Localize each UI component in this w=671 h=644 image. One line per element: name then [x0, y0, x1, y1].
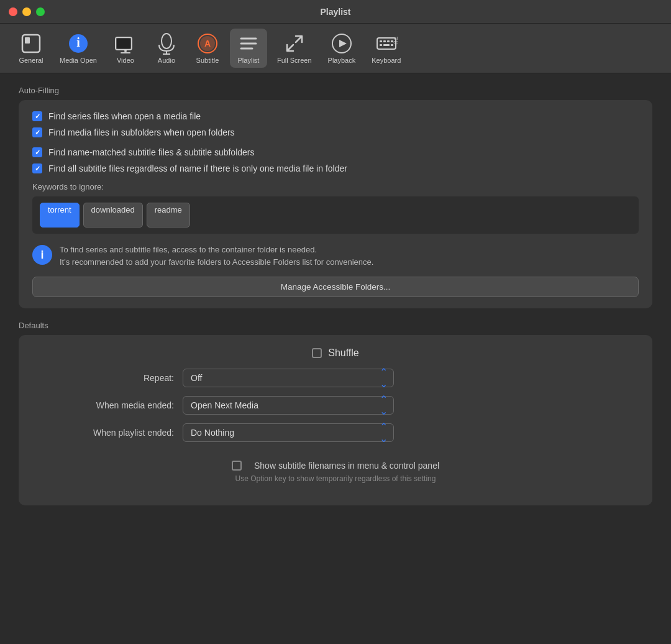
svg-rect-8: [121, 52, 130, 53]
find-media-subfolders-label: Find media files in subfolders when open…: [48, 127, 235, 137]
svg-rect-28: [383, 44, 390, 46]
toolbar-item-subtitle[interactable]: A Subtitle: [189, 29, 226, 68]
svg-point-7: [124, 50, 127, 52]
checkbox-group-1: Find series files when open a media file…: [32, 111, 639, 137]
audio-icon: [155, 32, 178, 55]
toolbar-item-audio[interactable]: Audio: [148, 29, 185, 68]
when-media-ended-select[interactable]: Open Next Media Stop Loop Do Nothing: [183, 396, 394, 415]
video-icon: [114, 32, 137, 55]
svg-marker-21: [339, 40, 347, 47]
svg-rect-1: [25, 37, 30, 44]
auto-filling-title: Auto-Filling: [19, 86, 652, 95]
info-row: i To find series and subtitle files, acc…: [32, 244, 639, 268]
find-series-checkbox[interactable]: [32, 111, 42, 121]
shuffle-row[interactable]: Shuffle: [37, 347, 634, 359]
repeat-label: Repeat:: [37, 373, 174, 383]
general-label: General: [19, 57, 43, 64]
shuffle-label: Shuffle: [328, 347, 359, 359]
subtitle-section: Show subtitle filenames in menu & contro…: [37, 451, 634, 493]
keyboard-label: Keyboard: [372, 57, 401, 64]
toolbar-item-fullscreen[interactable]: Full Screen: [271, 29, 318, 68]
svg-text:opt: opt: [393, 40, 398, 45]
checkbox-find-series[interactable]: Find series files when open a media file: [32, 111, 639, 121]
toolbar-item-playlist[interactable]: Playlist: [230, 29, 267, 68]
when-media-ended-select-wrap[interactable]: Open Next Media Stop Loop Do Nothing ⌃⌄: [183, 396, 394, 415]
svg-rect-25: [387, 40, 390, 42]
find-subtitle-files-checkbox[interactable]: [32, 147, 42, 157]
when-media-ended-row: When media ended: Open Next Media Stop L…: [37, 396, 634, 415]
keyboard-icon: all opt: [375, 32, 398, 55]
subtitle-checkbox[interactable]: [232, 461, 242, 471]
when-playlist-ended-select-wrap[interactable]: Do Nothing Loop Stop ⌃⌄: [183, 423, 394, 442]
svg-rect-24: [383, 40, 386, 42]
info-text: To find series and subtitle files, acces…: [60, 244, 373, 268]
subtitle-icon: A: [196, 32, 219, 55]
find-all-subtitles-checkbox[interactable]: [32, 163, 42, 173]
checkbox-find-media-subfolders[interactable]: Find media files in subfolders when open…: [32, 127, 639, 137]
defaults-title: Defaults: [19, 321, 652, 330]
window-controls[interactable]: [9, 7, 45, 16]
repeat-row: Repeat: Off One All ⌃⌄: [37, 369, 634, 387]
repeat-control[interactable]: Off One All ⌃⌄: [183, 369, 406, 387]
playlist-icon: [237, 32, 260, 55]
when-media-ended-control[interactable]: Open Next Media Stop Loop Do Nothing ⌃⌄: [183, 396, 406, 415]
svg-rect-29: [391, 44, 393, 46]
subtitle-label: Subtitle: [196, 57, 219, 64]
subtitle-checkbox-row[interactable]: Show subtitle filenames in menu & contro…: [232, 461, 439, 471]
playlist-label: Playlist: [238, 57, 260, 64]
toolbar-item-media-open[interactable]: i Media Open: [53, 29, 103, 68]
checkbox-group-2: Find name-matched subtitle files & subti…: [32, 147, 639, 173]
info-icon: i: [32, 245, 52, 265]
find-all-subtitles-label: Find all subtitle files regardless of na…: [48, 163, 347, 173]
svg-text:i: i: [76, 35, 80, 49]
window-title: Playlist: [320, 7, 350, 17]
repeat-select-wrap[interactable]: Off One All ⌃⌄: [183, 369, 394, 387]
when-media-ended-label: When media ended:: [37, 400, 174, 410]
media-open-icon: i: [67, 32, 89, 55]
toolbar: General i Media Open Video: [0, 24, 671, 73]
svg-rect-0: [22, 35, 40, 52]
toolbar-item-video[interactable]: Video: [107, 29, 144, 68]
audio-label: Audio: [158, 57, 175, 64]
main-content: Auto-Filling Find series files when open…: [0, 73, 671, 530]
svg-point-9: [162, 34, 171, 48]
find-media-subfolders-checkbox[interactable]: [32, 127, 42, 137]
minimize-button[interactable]: [22, 7, 31, 16]
video-label: Video: [117, 57, 134, 64]
playback-label: Playback: [328, 57, 356, 64]
checkbox-find-all-subtitles[interactable]: Find all subtitle files regardless of na…: [32, 163, 639, 173]
general-icon: [20, 32, 42, 55]
close-button[interactable]: [9, 7, 17, 16]
repeat-select[interactable]: Off One All: [183, 369, 394, 387]
toolbar-item-keyboard[interactable]: all opt Keyboard: [365, 29, 407, 68]
keyword-readme[interactable]: readme: [147, 203, 190, 228]
when-playlist-ended-row: When playlist ended: Do Nothing Loop Sto…: [37, 423, 634, 442]
checkbox-find-subtitle-files[interactable]: Find name-matched subtitle files & subti…: [32, 147, 639, 157]
when-playlist-ended-label: When playlist ended:: [37, 428, 174, 438]
title-bar: Playlist: [0, 0, 671, 24]
auto-filling-box: Find series files when open a media file…: [19, 100, 652, 308]
svg-line-18: [296, 37, 301, 42]
fullscreen-label: Full Screen: [277, 57, 312, 64]
toolbar-item-general[interactable]: General: [12, 29, 50, 68]
subtitle-checkbox-label: Show subtitle filenames in menu & contro…: [254, 461, 439, 471]
keywords-box: torrent downloaded readme: [32, 196, 639, 234]
keywords-label: Keywords to ignore:: [32, 182, 639, 191]
manage-accessible-folders-button[interactable]: Manage Accessible Folders...: [32, 277, 639, 297]
find-subtitle-files-label: Find name-matched subtitle files & subti…: [48, 147, 255, 157]
shuffle-checkbox[interactable]: [312, 348, 322, 358]
defaults-box: Shuffle Repeat: Off One All ⌃⌄ When medi…: [19, 335, 652, 505]
fullscreen-icon: [283, 32, 306, 55]
keyword-torrent[interactable]: torrent: [40, 203, 80, 228]
when-playlist-ended-select[interactable]: Do Nothing Loop Stop: [183, 423, 394, 442]
playback-icon: [331, 32, 353, 55]
svg-rect-23: [380, 40, 382, 42]
svg-text:A: A: [204, 39, 211, 48]
svg-rect-6: [117, 39, 130, 48]
maximize-button[interactable]: [36, 7, 45, 16]
toolbar-item-playback[interactable]: Playback: [322, 29, 362, 68]
svg-rect-27: [380, 44, 382, 46]
media-open-label: Media Open: [60, 57, 97, 64]
keyword-downloaded[interactable]: downloaded: [83, 203, 143, 228]
when-playlist-ended-control[interactable]: Do Nothing Loop Stop ⌃⌄: [183, 423, 406, 442]
